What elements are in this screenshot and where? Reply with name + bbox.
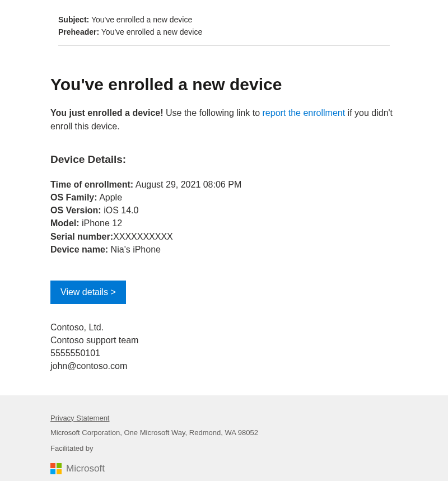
detail-row: OS Family: Apple	[50, 191, 398, 204]
detail-value: Apple	[97, 193, 122, 202]
detail-label: OS Version:	[50, 206, 101, 215]
facilitated-label: Facilitated by	[50, 441, 398, 456]
detail-value: iOS 14.0	[101, 206, 139, 215]
detail-row: Serial number:XXXXXXXXXX	[50, 230, 398, 243]
device-details-list: Time of enrollment: August 29, 2021 08:0…	[50, 178, 398, 256]
detail-label: OS Family:	[50, 193, 97, 202]
detail-label: Serial number:	[50, 232, 113, 241]
svg-rect-3	[57, 469, 62, 474]
contact-team: Contoso support team	[50, 334, 398, 347]
detail-value: iPhone 12	[80, 218, 123, 228]
contact-phone: 5555550101	[50, 347, 398, 359]
footer: Privacy Statement Microsoft Corporation,…	[0, 395, 448, 481]
detail-row: Time of enrollment: August 29, 2021 08:0…	[50, 178, 398, 191]
preheader-label: Preheader:	[58, 27, 99, 36]
contact-company: Contoso, Ltd.	[50, 321, 398, 334]
detail-label: Device name:	[50, 245, 108, 254]
detail-value: XXXXXXXXXX	[113, 232, 173, 241]
detail-label: Model:	[50, 218, 80, 228]
email-body: You've enrolled a new device You just en…	[0, 53, 448, 395]
detail-row: OS Version: iOS 14.0	[50, 204, 398, 217]
detail-value: August 29, 2021 08:06 PM	[133, 180, 241, 189]
page-title: You've enrolled a new device	[50, 75, 398, 94]
detail-row: Device name: Nia's iPhone	[50, 243, 398, 256]
view-details-button[interactable]: View details >	[50, 281, 126, 304]
preheader-row: Preheader: You've enrolled a new device	[58, 26, 390, 38]
microsoft-logo-icon	[50, 463, 62, 474]
device-details-heading: Device Details:	[50, 153, 398, 166]
detail-row: Model: iPhone 12	[50, 217, 398, 230]
intro-before-link: Use the following link to	[164, 108, 263, 118]
detail-label: Time of enrollment:	[50, 180, 133, 189]
intro-bold: You just enrolled a device!	[50, 108, 164, 118]
contact-block: Contoso, Ltd. Contoso support team 55555…	[50, 321, 398, 373]
svg-rect-2	[50, 469, 55, 474]
microsoft-brand-text: Microsoft	[66, 459, 105, 478]
subject-value: You've enrolled a new device	[91, 15, 192, 24]
subject-row: Subject: You've enrolled a new device	[58, 13, 390, 26]
divider	[58, 45, 390, 46]
footer-address: Microsoft Corporation, One Microsoft Way…	[50, 426, 398, 440]
preheader-value: You've enrolled a new device	[101, 27, 202, 36]
svg-rect-0	[50, 463, 55, 468]
report-enrollment-link[interactable]: report the enrollment	[263, 108, 346, 118]
detail-value: Nia's iPhone	[108, 245, 161, 254]
intro-paragraph: You just enrolled a device! Use the foll…	[50, 106, 398, 133]
subject-label: Subject:	[58, 15, 89, 24]
svg-rect-1	[57, 463, 62, 468]
privacy-link[interactable]: Privacy Statement	[50, 414, 110, 422]
microsoft-brand: Microsoft	[50, 459, 398, 478]
email-meta: Subject: You've enrolled a new device Pr…	[0, 0, 448, 53]
contact-email: john@contoso.com	[50, 359, 398, 372]
